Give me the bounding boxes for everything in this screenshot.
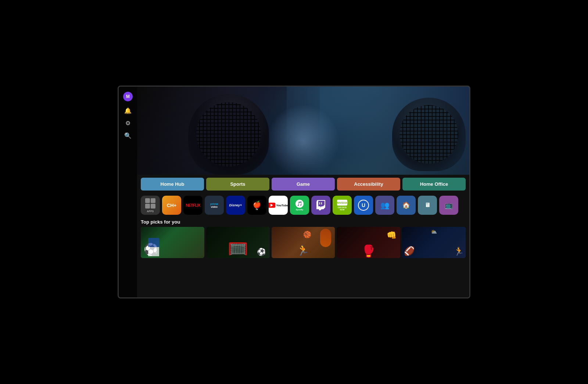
basketball-ball: 🏀 (303, 231, 311, 239)
football-players: 🏈 (404, 246, 415, 256)
nvidia-content: NVIDIA GEFORCENOW (337, 200, 347, 211)
svg-rect-0 (319, 202, 320, 204)
uplay-icon: U (358, 200, 369, 211)
hero-dark-overlay (137, 87, 469, 175)
app-smart-hub[interactable]: 🏠 (397, 196, 416, 215)
app-apple-tv[interactable]: 🍎 tv (247, 196, 266, 215)
app-twitch[interactable] (311, 196, 330, 215)
soccer1-player (148, 238, 159, 256)
basketball-basket (320, 229, 331, 247)
settings-icon[interactable]: ⚙ (125, 120, 130, 126)
search-icon[interactable]: 🔍 (124, 133, 132, 139)
app-all-apps[interactable]: APPS (141, 196, 160, 215)
app-netflix-label: NETFLIX (186, 203, 200, 207)
app-all-apps-label: APPS (147, 210, 154, 213)
soccer2-ball: ⚽ (257, 247, 266, 256)
app-prime-content: prime video (210, 196, 218, 215)
top-picks-section: Top picks for you ⚽ 🥅 ⚽ (137, 217, 469, 297)
picks-row: ⚽ 🥅 ⚽ 🏃 🏀 (141, 227, 466, 258)
app-prime-video[interactable]: prime video (205, 196, 224, 215)
football-player2: 🏃 (454, 247, 464, 256)
pick-card-boxing[interactable]: 🥊 👊 (337, 227, 400, 258)
bell-icon[interactable]: 🔔 (124, 108, 132, 114)
app-extra-icon: 📺 (445, 201, 453, 209)
pick-card-soccer-goal[interactable]: 🥅 ⚽ (206, 227, 270, 258)
boxing-bag: 👊 (387, 231, 397, 240)
basketball-figure: 🏃 (297, 244, 309, 256)
apps-row: APPS CH+ NETFLIX prime video Disney+ (137, 193, 469, 217)
twitch-icon (316, 200, 325, 210)
soccer2-goal: 🥅 (228, 239, 248, 258)
app-screen-share-icon: 🖥 (424, 202, 430, 209)
app-youtube[interactable]: YouTube (269, 196, 288, 215)
youtube-logo: YouTube (269, 203, 288, 208)
pick-card-football[interactable]: 🏈 🏃 ⛅ (402, 227, 466, 258)
category-home-hub-button[interactable]: Home Hub (141, 178, 204, 191)
sidebar: M 🔔 ⚙ 🔍 (119, 87, 137, 297)
football-sky: ⛅ (431, 229, 437, 235)
hero-banner (137, 87, 469, 175)
app-uplay[interactable]: U (354, 196, 373, 215)
app-apple-content: 🍎 tv (253, 200, 261, 210)
app-nvidia-geforce[interactable]: NVIDIA GEFORCENOW (333, 196, 352, 215)
app-smart-hub-icon: 🏠 (402, 201, 410, 209)
main-content: Home Hub Sports Game Accessibility Home … (137, 87, 469, 297)
pick-card-basketball[interactable]: 🏃 🏀 (272, 227, 335, 258)
category-game-button[interactable]: Game (272, 178, 335, 191)
top-picks-label: Top picks for you (141, 219, 466, 225)
app-spotify[interactable]: 🎵 Spotify (290, 196, 309, 215)
category-home-office-button[interactable]: Home Office (402, 178, 466, 191)
app-disney-plus[interactable]: Disney+ (226, 196, 245, 215)
user-avatar[interactable]: M (123, 92, 133, 101)
category-sports-button[interactable]: Sports (206, 178, 269, 191)
pick-card-soccer-kick[interactable]: ⚽ (141, 227, 204, 258)
app-netflix[interactable]: NETFLIX (183, 196, 202, 215)
app-ch-label: CH+ (167, 203, 176, 208)
app-screen-share[interactable]: 🖥 (418, 196, 437, 215)
app-community-icon: 👥 (380, 201, 390, 210)
category-accessibility-button[interactable]: Accessibility (337, 178, 400, 191)
boxing-figure: 🥊 (361, 244, 376, 258)
spotify-content: 🎵 Spotify (295, 200, 304, 211)
svg-rect-1 (321, 202, 322, 204)
tv-frame: M 🔔 ⚙ 🔍 (118, 86, 470, 298)
app-ch-plus[interactable]: CH+ (162, 196, 181, 215)
category-bar: Home Hub Sports Game Accessibility Home … (137, 175, 469, 193)
app-community[interactable]: 👥 (375, 196, 394, 215)
app-extra[interactable]: 📺 (439, 196, 458, 215)
app-disney-label: Disney+ (229, 203, 242, 207)
